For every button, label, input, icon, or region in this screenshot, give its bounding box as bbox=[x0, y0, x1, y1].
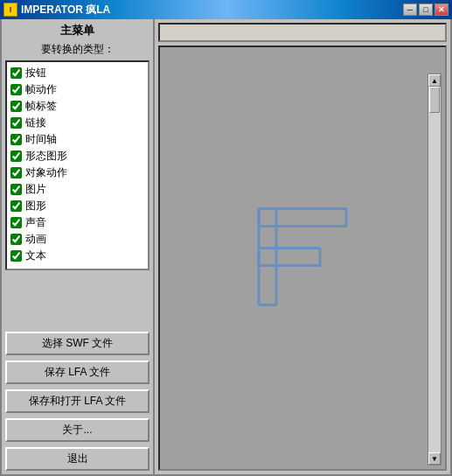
scrollbar-y[interactable]: ▲ ▼ bbox=[428, 74, 442, 466]
checkbox-8[interactable] bbox=[10, 200, 22, 212]
checkbox-11[interactable] bbox=[10, 250, 22, 262]
window-body: 主菜单 要转换的类型： 按钮帧动作帧标签链接时间轴形态图形对象动作图片图形声音动… bbox=[0, 19, 452, 476]
close-button[interactable]: ✕ bbox=[435, 4, 449, 16]
checkbox-item-1: 帧动作 bbox=[10, 82, 144, 97]
checkbox-label-2: 帧标签 bbox=[25, 99, 57, 114]
scroll-thumb[interactable] bbox=[429, 87, 440, 113]
preview-area: ▲ ▼ bbox=[158, 46, 447, 471]
checkbox-1[interactable] bbox=[10, 84, 22, 95]
checkbox-0[interactable] bbox=[10, 67, 22, 79]
checkbox-label-0: 按钮 bbox=[25, 66, 46, 80]
checkbox-label-6: 对象动作 bbox=[25, 165, 67, 180]
window-controls: ─ □ ✕ bbox=[403, 4, 449, 16]
checkbox-item-4: 时间轴 bbox=[10, 132, 144, 147]
top-bar bbox=[158, 23, 447, 42]
svg-rect-0 bbox=[259, 209, 346, 227]
save-open-lfa-button[interactable]: 保存和打开 LFA 文件 bbox=[5, 389, 150, 413]
f-logo bbox=[250, 200, 355, 317]
checkbox-label-9: 声音 bbox=[25, 215, 46, 230]
checkbox-item-9: 声音 bbox=[10, 215, 144, 230]
save-lfa-button[interactable]: 保存 LFA 文件 bbox=[5, 360, 150, 384]
maximize-button[interactable]: □ bbox=[419, 4, 433, 16]
checkbox-item-10: 动画 bbox=[10, 232, 144, 247]
checkbox-10[interactable] bbox=[10, 234, 22, 245]
main-menu-label: 主菜单 bbox=[5, 23, 150, 38]
minimize-button[interactable]: ─ bbox=[403, 4, 417, 16]
scroll-track[interactable] bbox=[428, 87, 441, 452]
checkbox-label-8: 图形 bbox=[25, 199, 46, 214]
about-button[interactable]: 关于... bbox=[5, 418, 150, 442]
checkbox-label-11: 文本 bbox=[25, 248, 46, 263]
svg-rect-2 bbox=[259, 248, 320, 266]
app-icon: I bbox=[3, 3, 17, 17]
checkbox-item-2: 帧标签 bbox=[10, 99, 144, 114]
left-panel: 主菜单 要转换的类型： 按钮帧动作帧标签链接时间轴形态图形对象动作图片图形声音动… bbox=[2, 19, 155, 474]
checkbox-item-5: 形态图形 bbox=[10, 149, 144, 164]
checkbox-7[interactable] bbox=[10, 184, 22, 195]
checkbox-label-7: 图片 bbox=[25, 182, 46, 197]
button-group: 选择 SWF 文件保存 LFA 文件保存和打开 LFA 文件关于...退出 bbox=[5, 332, 150, 471]
exit-button[interactable]: 退出 bbox=[5, 447, 150, 471]
title-bar: I IMPERATOR 疯LA ─ □ ✕ bbox=[0, 0, 452, 19]
svg-rect-1 bbox=[259, 209, 276, 305]
checkbox-list: 按钮帧动作帧标签链接时间轴形态图形对象动作图片图形声音动画文本 bbox=[5, 60, 150, 270]
checkbox-label-4: 时间轴 bbox=[25, 132, 57, 147]
checkbox-item-11: 文本 bbox=[10, 248, 144, 263]
checkbox-label-1: 帧动作 bbox=[25, 82, 57, 97]
scroll-up-arrow[interactable]: ▲ bbox=[428, 74, 441, 87]
checkbox-item-0: 按钮 bbox=[10, 66, 144, 80]
checkbox-label-10: 动画 bbox=[25, 232, 46, 247]
checkbox-3[interactable] bbox=[10, 117, 22, 129]
checkbox-item-3: 链接 bbox=[10, 116, 144, 130]
checkbox-item-6: 对象动作 bbox=[10, 165, 144, 180]
type-label: 要转换的类型： bbox=[5, 42, 150, 57]
checkbox-5[interactable] bbox=[10, 150, 22, 162]
title-text: IMPERATOR 疯LA bbox=[21, 3, 403, 18]
right-panel: ▲ ▼ bbox=[155, 19, 450, 474]
checkbox-label-5: 形态图形 bbox=[25, 149, 67, 164]
checkbox-6[interactable] bbox=[10, 167, 22, 178]
scroll-down-arrow[interactable]: ▼ bbox=[428, 452, 441, 465]
checkbox-item-8: 图形 bbox=[10, 199, 144, 214]
checkbox-item-7: 图片 bbox=[10, 182, 144, 197]
checkbox-2[interactable] bbox=[10, 101, 22, 112]
checkbox-4[interactable] bbox=[10, 134, 22, 145]
select-swf-button[interactable]: 选择 SWF 文件 bbox=[5, 332, 150, 355]
checkbox-label-3: 链接 bbox=[25, 116, 46, 130]
checkbox-9[interactable] bbox=[10, 217, 22, 228]
